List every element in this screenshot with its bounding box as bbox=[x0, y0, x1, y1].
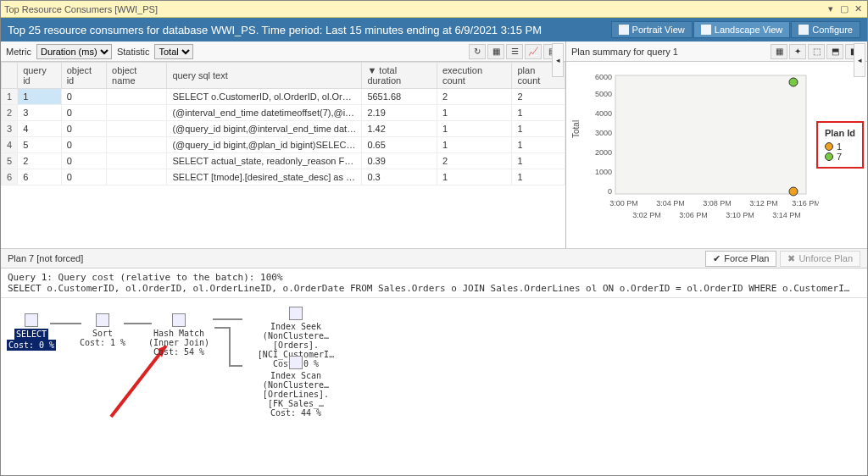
summary-title: Plan summary for query 1 bbox=[571, 47, 678, 57]
svg-rect-0 bbox=[615, 75, 806, 194]
col-object-name[interactable]: object name bbox=[107, 63, 167, 89]
svg-text:3:06 PM: 3:06 PM bbox=[679, 211, 708, 219]
plan-node-index-scan[interactable]: Index Scan (NonClustere… [OrderLines].[F… bbox=[236, 356, 355, 418]
collapse-right-handle[interactable]: ◂ bbox=[552, 43, 564, 77]
configure-button[interactable]: Configure bbox=[791, 21, 860, 38]
grid-toolbar: Metric Duration (ms) Statistic Total ↻ ▦… bbox=[1, 42, 565, 62]
force-plan-icon: ✔ bbox=[713, 253, 721, 264]
table-row[interactable]: 110SELECT o.CustomerID, ol.OrderID, ol.O… bbox=[2, 89, 565, 105]
svg-text:4000: 4000 bbox=[595, 109, 612, 118]
metric-label: Metric bbox=[6, 47, 31, 57]
statistic-label: Statistic bbox=[117, 47, 150, 57]
portrait-icon bbox=[619, 25, 629, 35]
svg-text:3:14 PM: 3:14 PM bbox=[772, 211, 801, 219]
table-row[interactable]: 660SELECT [tmode].[desired_state_desc] a… bbox=[2, 169, 565, 185]
plan-node-select[interactable]: SELECT Cost: 0 % bbox=[6, 313, 57, 351]
chart-type-icon3[interactable]: ⬚ bbox=[808, 44, 825, 59]
force-plan-button[interactable]: ✔Force Plan bbox=[705, 251, 776, 267]
window-title: Top Resource Consumers [WWI_PS] bbox=[4, 4, 825, 14]
table-row[interactable]: 230(@interval_end_time datetimeoffset(7)… bbox=[2, 105, 565, 121]
window-titlebar: Top Resource Consumers [WWI_PS] ▾ ▢ ✕ bbox=[1, 1, 867, 18]
plan-node-sort[interactable]: Sort Cost: 1 % bbox=[69, 313, 136, 347]
query-grid[interactable]: query id object id object name query sql… bbox=[1, 62, 565, 185]
refresh-icon[interactable]: ↻ bbox=[469, 44, 486, 59]
svg-text:3:10 PM: 3:10 PM bbox=[726, 211, 754, 219]
legend-dot-7 bbox=[825, 152, 833, 161]
col-query-sql[interactable]: query sql text bbox=[167, 63, 362, 89]
col-query-id[interactable]: query id bbox=[18, 63, 62, 89]
statistic-select[interactable]: Total bbox=[154, 44, 193, 59]
svg-text:3:08 PM: 3:08 PM bbox=[703, 199, 732, 208]
chart-view-icon[interactable]: 📈 bbox=[525, 44, 542, 59]
legend-item-1[interactable]: 1 bbox=[825, 141, 855, 152]
plan-toolbar: Plan 7 [not forced] ✔Force Plan ✖Unforce… bbox=[1, 248, 867, 268]
svg-text:0: 0 bbox=[608, 187, 612, 196]
plan-legend: Plan Id 1 7 bbox=[816, 121, 864, 169]
maximize-icon[interactable]: ▢ bbox=[838, 3, 850, 15]
execution-plan[interactable]: SELECT Cost: 0 % Sort Cost: 1 % Hash Mat… bbox=[1, 298, 867, 476]
detail-icon[interactable]: ☰ bbox=[506, 44, 523, 59]
svg-text:3000: 3000 bbox=[595, 129, 612, 137]
col-exec-count[interactable]: execution count bbox=[437, 63, 512, 89]
plan-title: Plan 7 [not forced] bbox=[8, 253, 705, 263]
plan-7-point[interactable] bbox=[789, 78, 798, 86]
table-row[interactable]: 340(@query_id bigint,@interval_end_time … bbox=[2, 121, 565, 137]
chart-type-icon2[interactable]: ✦ bbox=[789, 44, 806, 59]
svg-text:3:04 PM: 3:04 PM bbox=[656, 199, 685, 208]
index-scan-icon bbox=[289, 356, 303, 369]
svg-text:3:16 PM: 3:16 PM bbox=[792, 199, 819, 208]
svg-text:6000: 6000 bbox=[595, 73, 612, 81]
table-row[interactable]: 520SELECT actual_state, readonly_reason … bbox=[2, 153, 565, 169]
svg-text:5000: 5000 bbox=[595, 90, 612, 98]
col-total-duration[interactable]: ▼ total duration bbox=[362, 63, 437, 89]
hash-match-icon bbox=[172, 313, 186, 327]
landscape-icon bbox=[701, 25, 711, 35]
collapse-handle[interactable]: ◂ bbox=[854, 43, 865, 77]
select-node-icon bbox=[25, 313, 38, 327]
col-object-id[interactable]: object id bbox=[61, 63, 106, 89]
query-icon[interactable]: ▦ bbox=[487, 44, 504, 59]
y-axis-label: Total bbox=[571, 120, 581, 138]
dropdown-icon[interactable]: ▾ bbox=[825, 3, 837, 15]
metric-select[interactable]: Duration (ms) bbox=[36, 44, 112, 59]
header-title: Top 25 resource consumers for database W… bbox=[8, 24, 611, 36]
unforce-plan-button[interactable]: ✖Unforce Plan bbox=[780, 251, 860, 267]
table-row[interactable]: 450(@query_id bigint,@plan_id bigint)SEL… bbox=[2, 137, 565, 153]
landscape-view-button[interactable]: Landscape View bbox=[693, 21, 791, 38]
header-bar: Top 25 resource consumers for database W… bbox=[1, 18, 867, 42]
svg-text:3:12 PM: 3:12 PM bbox=[749, 199, 778, 208]
query-grid-pane: Metric Duration (ms) Statistic Total ↻ ▦… bbox=[1, 42, 566, 248]
chart-type-icon4[interactable]: ⬒ bbox=[826, 44, 843, 59]
plan-1-point[interactable] bbox=[789, 187, 798, 196]
svg-text:2000: 2000 bbox=[595, 148, 612, 157]
portrait-view-button[interactable]: Portrait View bbox=[611, 21, 693, 38]
svg-text:3:02 PM: 3:02 PM bbox=[632, 211, 661, 219]
summary-toolbar: Plan summary for query 1 ▦ ✦ ⬚ ⬒ ◧ bbox=[566, 42, 867, 62]
index-seek-icon bbox=[289, 307, 303, 320]
plan-node-hash-match[interactable]: Hash Match (Inner Join) Cost: 54 % bbox=[136, 313, 221, 357]
legend-title: Plan Id bbox=[825, 128, 855, 138]
plan-summary-pane: Plan summary for query 1 ▦ ✦ ⬚ ⬒ ◧ Total… bbox=[566, 42, 867, 248]
svg-text:3:00 PM: 3:00 PM bbox=[609, 199, 638, 208]
query-text: Query 1: Query cost (relative to the bat… bbox=[1, 268, 867, 298]
svg-text:1000: 1000 bbox=[595, 168, 612, 176]
legend-dot-1 bbox=[825, 142, 833, 151]
chart-type-icon1[interactable]: ▦ bbox=[771, 44, 787, 59]
sort-node-icon bbox=[96, 313, 109, 327]
legend-item-7[interactable]: 7 bbox=[825, 152, 855, 162]
close-icon[interactable]: ✕ bbox=[852, 3, 864, 15]
plan-summary-chart[interactable]: 010002000 3000400050006000 3:00 PM3:04 P… bbox=[590, 67, 819, 236]
gear-icon bbox=[798, 25, 809, 35]
unforce-plan-icon: ✖ bbox=[787, 253, 795, 264]
